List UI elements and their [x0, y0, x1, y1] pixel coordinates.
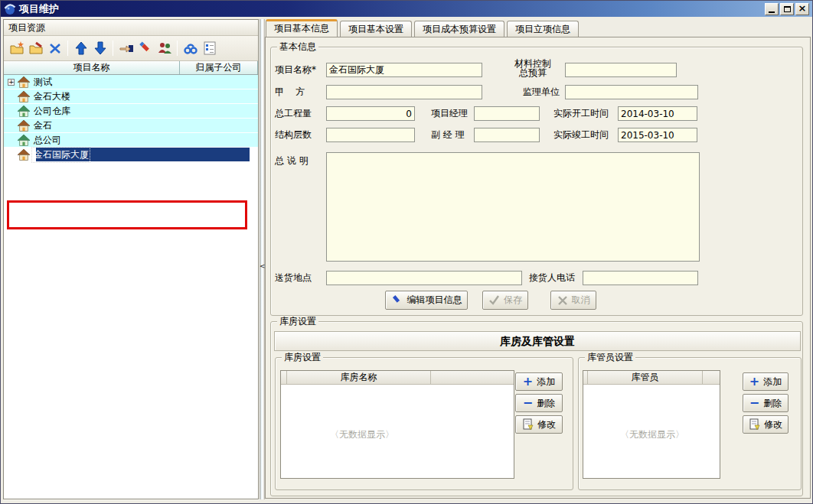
summary-textarea[interactable] — [326, 152, 700, 262]
tree-row[interactable]: 金石大楼 — [4, 89, 258, 104]
maximize-icon — [784, 6, 791, 12]
tree-row[interactable]: 公司仓库 — [4, 104, 258, 119]
close-button[interactable]: × — [795, 3, 809, 15]
storekeeper-list[interactable]: 库管员 〈无数据显示〉 — [583, 370, 720, 479]
groupbox-title: 库房设置 — [282, 352, 323, 363]
tree-row[interactable]: + 测试 — [4, 75, 258, 89]
supervision-unit-input[interactable] — [565, 85, 698, 99]
warehouse-banner: 库房及库管设置 — [274, 331, 801, 351]
edit-folder-button[interactable] — [26, 39, 45, 58]
storeroom-modify-button[interactable]: 修改 — [515, 415, 563, 434]
delivery-address-input[interactable] — [326, 271, 522, 285]
actual-finish-label: 实际竣工时间 — [553, 128, 609, 142]
storekeeper-modify-button[interactable]: 修改 — [743, 415, 789, 434]
maximize-button[interactable] — [780, 3, 794, 15]
project-manager-input[interactable] — [474, 106, 540, 121]
edit-pen-button[interactable] — [136, 39, 155, 58]
party-a-input[interactable] — [326, 85, 482, 99]
storekeeper-add-button[interactable]: + 添加 — [743, 372, 789, 391]
modify-doc-icon — [522, 418, 534, 431]
modify-doc-icon — [749, 418, 760, 431]
edit-project-info-button[interactable]: 编辑项目信息 — [385, 291, 468, 310]
search-button[interactable] — [181, 39, 200, 58]
storeroom-add-button[interactable]: + 添加 — [515, 372, 563, 391]
tree-row[interactable]: 金石 — [4, 119, 258, 133]
minus-icon: − — [749, 399, 759, 407]
tree-item-label: 公司仓库 — [33, 105, 70, 118]
minimize-button[interactable] — [765, 3, 779, 15]
tab-basic-info[interactable]: 项目基本信息 — [266, 19, 338, 37]
save-button-label: 保存 — [504, 294, 522, 307]
edit-pen-icon — [391, 294, 403, 307]
close-icon: × — [798, 3, 807, 13]
tree-row[interactable]: 总公司 — [4, 133, 258, 148]
toolbar-separator — [113, 41, 113, 56]
tab-project-approval-info[interactable]: 项目立项信息 — [507, 21, 579, 37]
app-window: 项目维护 × 项目资源 — [0, 0, 813, 504]
add-folder-button[interactable] — [7, 39, 26, 58]
check-icon — [488, 294, 500, 306]
header-stub-cell — [281, 371, 287, 384]
storekeeper-column-header[interactable]: 库管员 — [588, 371, 703, 384]
users-button[interactable] — [155, 39, 174, 58]
structure-floors-input[interactable] — [326, 128, 415, 142]
groupbox-title: 库管员设置 — [585, 352, 635, 363]
material-budget-input[interactable] — [565, 63, 677, 77]
move-down-button[interactable] — [90, 39, 109, 58]
groupbox-title: 库房设置 — [277, 316, 318, 327]
delete-button[interactable] — [45, 39, 64, 58]
hand-pointer-icon — [119, 41, 134, 56]
receiver-phone-input[interactable] — [583, 271, 698, 285]
minimize-icon — [769, 11, 775, 13]
receiver-phone-label: 接货人电话 — [529, 271, 575, 285]
detail-panel: 项目基本信息 项目基本设置 项目成本预算设置 项目立项信息 基本信息 项目名称*… — [265, 18, 811, 500]
column-header-subsidiary[interactable]: 归属子公司 — [180, 61, 258, 74]
project-manager-label: 项目经理 — [431, 106, 468, 121]
tree-item-label: 金石 — [33, 119, 52, 132]
deputy-manager-label: 副 经 理 — [431, 128, 465, 142]
storeroom-remove-button[interactable]: − 删除 — [515, 394, 563, 412]
cancel-button-label: 取消 — [572, 294, 590, 307]
collapse-arrow-icon[interactable]: < — [260, 262, 265, 270]
storeroom-name-column-header[interactable]: 库房名称 — [287, 371, 431, 384]
house-icon — [18, 91, 30, 102]
storekeeper-remove-button[interactable]: − 删除 — [743, 394, 789, 412]
app-logo-icon — [4, 3, 16, 15]
move-up-button[interactable] — [71, 39, 90, 58]
actual-start-input[interactable] — [618, 106, 697, 121]
delivery-address-label: 送货地点 — [275, 271, 312, 285]
tree-item-label: 总公司 — [33, 134, 61, 147]
tree-row-selected[interactable]: 金石国际大厦 — [4, 148, 258, 162]
x-icon — [557, 295, 568, 306]
tab-basic-settings[interactable]: 项目基本设置 — [340, 21, 412, 37]
supervision-unit-label: 监理单位 — [523, 85, 560, 99]
delete-x-icon — [47, 41, 63, 56]
storekeeper-list-header: 库管员 — [583, 371, 720, 385]
arrow-up-icon — [73, 41, 89, 56]
assign-button[interactable] — [116, 39, 136, 58]
deputy-manager-input[interactable] — [474, 128, 540, 142]
users-icon — [157, 41, 172, 56]
total-quantity-input[interactable] — [326, 106, 415, 121]
panel-caption: 项目资源 — [4, 20, 258, 36]
checklist-icon — [202, 41, 217, 56]
binoculars-icon — [183, 41, 198, 56]
panel-splitter[interactable]: < — [260, 19, 265, 499]
save-button[interactable]: 保存 — [482, 291, 528, 310]
add-button-label: 添加 — [537, 376, 555, 389]
column-header-project-name[interactable]: 项目名称 — [4, 61, 180, 74]
expand-plus-icon[interactable]: + — [8, 79, 15, 86]
checklist-button[interactable] — [200, 39, 219, 58]
actual-finish-input[interactable] — [618, 128, 697, 142]
tree-toolbar — [4, 36, 258, 61]
tab-cost-budget-settings[interactable]: 项目成本预算设置 — [414, 21, 504, 37]
house-green-icon — [18, 106, 30, 117]
storeroom-groupbox: 库房设置 库房名称 〈无数据显示〉 + 添加 − 删除 — [275, 357, 573, 490]
modify-button-label: 修改 — [764, 418, 782, 431]
storeroom-list[interactable]: 库房名称 〈无数据显示〉 — [280, 370, 514, 479]
plus-icon: + — [523, 377, 533, 386]
project-name-input[interactable] — [326, 63, 482, 77]
cancel-button[interactable]: 取消 — [550, 291, 596, 310]
storeroom-list-header: 库房名称 — [281, 371, 514, 385]
project-resource-panel: 项目资源 — [3, 19, 259, 499]
